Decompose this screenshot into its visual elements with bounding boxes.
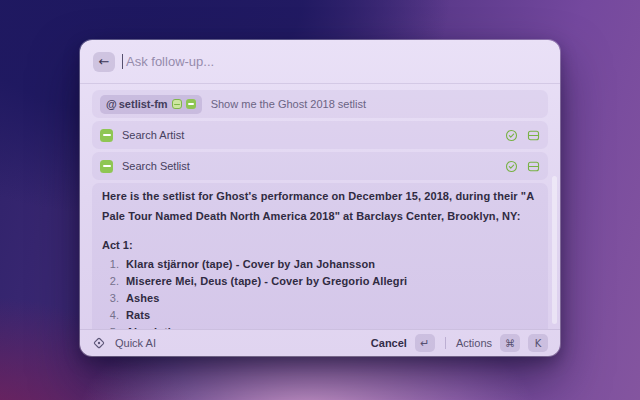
song-number: 5. xyxy=(102,326,119,329)
app-name: Quick AI xyxy=(115,337,156,349)
tool-label: Search Setlist xyxy=(122,160,190,172)
song-number: 3. xyxy=(102,292,119,304)
song-number: 4. xyxy=(102,309,119,321)
extension-chip[interactable]: @ setlist-fm xyxy=(100,95,202,114)
ai-response: Here is the setlist for Ghost's performa… xyxy=(92,183,548,329)
check-circle-icon xyxy=(505,129,518,142)
content-area: @ setlist-fm Show me the Ghost 2018 setl… xyxy=(80,84,560,329)
query-row: @ setlist-fm Show me the Ghost 2018 setl… xyxy=(92,90,548,118)
tool-row-search-setlist[interactable]: Search Setlist xyxy=(92,152,548,180)
setlist-app-icon xyxy=(100,160,113,173)
tool-row-search-artist[interactable]: Search Artist xyxy=(92,121,548,149)
setlist-app-icon xyxy=(100,129,113,142)
actions-button[interactable]: Actions xyxy=(456,337,492,349)
setlist-app-icon xyxy=(186,99,196,109)
mention-icon: @ xyxy=(106,98,117,110)
command-key-icon: ⌘ xyxy=(500,334,520,352)
tool-label: Search Artist xyxy=(122,129,184,141)
setlist-item: 4. Rats xyxy=(102,306,538,323)
quick-ai-icon xyxy=(92,336,106,350)
k-key-icon: K xyxy=(528,334,548,352)
return-key-icon: ↵ xyxy=(415,334,435,352)
song-title: Ashes xyxy=(126,292,160,304)
follow-up-bar: ← Ask follow-up... xyxy=(80,40,560,84)
song-title: Rats xyxy=(126,309,150,321)
back-icon: ← xyxy=(99,54,110,69)
footer-divider xyxy=(445,337,446,349)
response-intro: Here is the setlist for Ghost's performa… xyxy=(102,186,538,226)
setlist-item: 3. Ashes xyxy=(102,290,538,307)
scrollbar-thumb[interactable] xyxy=(552,176,557,324)
song-number: 1. xyxy=(102,258,119,270)
text-cursor xyxy=(122,54,123,69)
setlist-item: 5. Absolution xyxy=(102,323,538,329)
setlist: 1. Klara stjärnor (tape) - Cover by Jan … xyxy=(102,256,538,329)
setlist-db-icon xyxy=(172,99,182,109)
follow-up-input[interactable]: Ask follow-up... xyxy=(126,54,214,69)
act-heading: Act 1: xyxy=(102,239,538,251)
extension-name: setlist-fm xyxy=(119,98,168,110)
song-number: 2. xyxy=(102,275,119,287)
database-icon xyxy=(527,129,540,142)
status-bar: Quick AI Cancel ↵ Actions ⌘ K xyxy=(80,329,560,356)
quick-ai-window: ← Ask follow-up... @ setlist-fm Show me … xyxy=(80,40,560,356)
cancel-button[interactable]: Cancel xyxy=(371,337,407,349)
setlist-item: 2. Miserere Mei, Deus (tape) - Cover by … xyxy=(102,273,538,290)
song-title: Absolution xyxy=(126,326,184,329)
song-title: Klara stjärnor (tape) - Cover by Jan Joh… xyxy=(126,258,375,270)
back-button[interactable]: ← xyxy=(93,52,115,72)
database-icon xyxy=(527,160,540,173)
song-title: Miserere Mei, Deus (tape) - Cover by Gre… xyxy=(126,275,407,287)
query-text: Show me the Ghost 2018 setlist xyxy=(211,98,366,110)
check-circle-icon xyxy=(505,160,518,173)
setlist-item: 1. Klara stjärnor (tape) - Cover by Jan … xyxy=(102,256,538,273)
